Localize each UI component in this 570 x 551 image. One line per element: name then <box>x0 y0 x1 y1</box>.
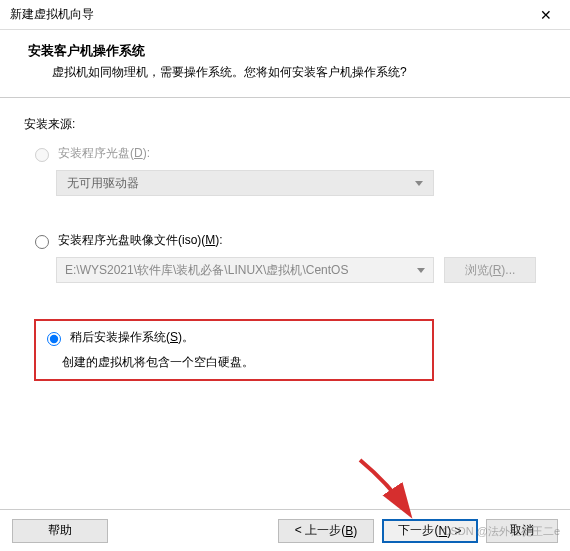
option-install-later: 稍后安装操作系统(S)。 创建的虚拟机将包含一个空白硬盘。 <box>30 319 546 381</box>
iso-path-value: E:\WYS2021\软件库\装机必备\LINUX\虚拟机\CentOS <box>65 262 348 279</box>
close-icon[interactable]: ✕ <box>532 3 560 27</box>
option-installer-disc: 安装程序光盘(D): 无可用驱动器 <box>30 145 546 196</box>
help-button[interactable]: 帮助 <box>12 519 108 543</box>
next-button[interactable]: 下一步(N) > <box>382 519 478 543</box>
window-title: 新建虚拟机向导 <box>10 6 532 23</box>
drive-select-value: 无可用驱动器 <box>67 175 139 192</box>
iso-path-combobox[interactable]: E:\WYS2021\软件库\装机必备\LINUX\虚拟机\CentOS <box>56 257 434 283</box>
radio-iso-file-label: 安装程序光盘映像文件(iso)(M): <box>58 232 223 249</box>
radio-iso-file[interactable]: 安装程序光盘映像文件(iso)(M): <box>30 232 546 249</box>
radio-installer-disc[interactable]: 安装程序光盘(D): <box>30 145 546 162</box>
radio-iso-file-input[interactable] <box>35 235 49 249</box>
radio-install-later-label: 稍后安装操作系统(S)。 <box>70 329 194 346</box>
radio-install-later[interactable]: 稍后安装操作系统(S)。 <box>42 329 422 346</box>
install-source-label: 安装来源: <box>24 116 546 133</box>
wizard-footer: 帮助 < 上一步(B) 下一步(N) > 取消 <box>0 509 570 551</box>
highlight-box: 稍后安装操作系统(S)。 创建的虚拟机将包含一个空白硬盘。 <box>34 319 434 381</box>
drive-select[interactable]: 无可用驱动器 <box>56 170 434 196</box>
titlebar: 新建虚拟机向导 ✕ <box>0 0 570 30</box>
wizard-content: 安装来源: 安装程序光盘(D): 无可用驱动器 安装程序光盘映像文件(iso)(… <box>0 98 570 381</box>
page-subtitle: 虚拟机如同物理机，需要操作系统。您将如何安装客户机操作系统? <box>28 64 542 81</box>
option-iso-file: 安装程序光盘映像文件(iso)(M): E:\WYS2021\软件库\装机必备\… <box>30 232 546 283</box>
browse-button[interactable]: 浏览(R)... <box>444 257 536 283</box>
radio-installer-disc-input[interactable] <box>35 148 49 162</box>
radio-installer-disc-label: 安装程序光盘(D): <box>58 145 150 162</box>
wizard-header: 安装客户机操作系统 虚拟机如同物理机，需要操作系统。您将如何安装客户机操作系统? <box>0 30 570 98</box>
cancel-button[interactable]: 取消 <box>486 519 558 543</box>
install-later-hint: 创建的虚拟机将包含一个空白硬盘。 <box>62 354 422 371</box>
back-button[interactable]: < 上一步(B) <box>278 519 374 543</box>
radio-install-later-input[interactable] <box>47 332 61 346</box>
page-title: 安装客户机操作系统 <box>28 42 542 60</box>
